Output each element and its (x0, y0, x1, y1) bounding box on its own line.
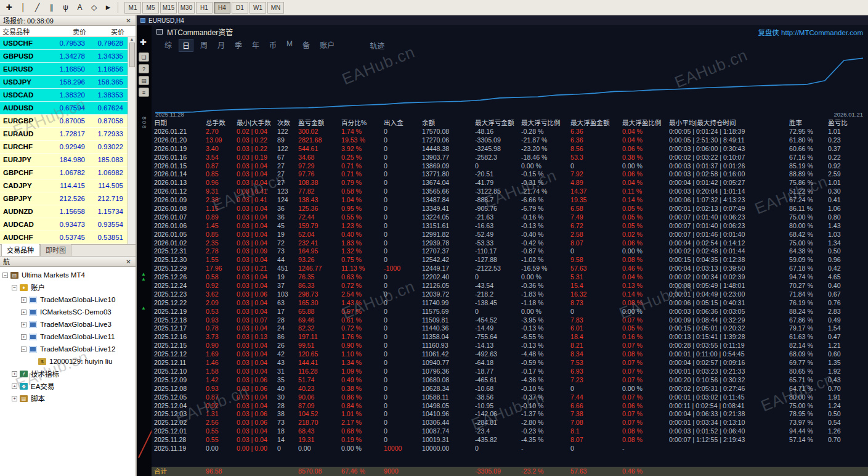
stats-row[interactable]: 2025.12.233.620.03 | 0.06103298.732.54 %… (152, 290, 868, 299)
stats-row[interactable]: 2025.12.301.550.03 | 0.044493.260.75 %01… (152, 256, 868, 265)
column-header-ask[interactable]: 买价 (89, 27, 127, 36)
stats-row[interactable]: 2026.01.140.850.03 | 0.042797.760.71 %01… (152, 170, 868, 179)
close-icon[interactable]: ✕ (124, 258, 132, 265)
scroll-thumb[interactable] (129, 43, 135, 67)
vertical-line-tool-icon[interactable]: │ (16, 1, 30, 14)
tab-tick-chart[interactable]: 即时图 (40, 244, 71, 256)
expander-plus-icon[interactable]: + (21, 310, 26, 315)
market-watch-row[interactable]: EURGBP0.870050.87058 (0, 115, 136, 128)
timeframe-h1-button[interactable]: H1 (196, 2, 213, 14)
panel-menu-item[interactable]: 月 (214, 39, 228, 52)
column-header-symbol[interactable]: 交易品种 (0, 27, 51, 36)
tree-item-trademax-live11[interactable]: +TradeMaxGlobal-Live11 (0, 330, 136, 343)
panel-menu-item[interactable]: 季 (232, 39, 245, 52)
tree-item-accounts[interactable]: −♦账户 (0, 281, 136, 293)
market-watch-scrollbar[interactable]: ▲ (128, 37, 136, 244)
cursor-tool-icon[interactable]: ◇ (87, 1, 101, 14)
stats-row[interactable]: 2025.12.240.920.03 | 0.043786.330.72 %01… (152, 282, 868, 290)
move-tool-icon[interactable]: ✚ (140, 38, 147, 47)
column-header-bid[interactable]: 卖价 (51, 27, 89, 36)
panel-minimize-icon[interactable]: ❏ (139, 52, 149, 62)
panel-menu-item[interactable]: 账户 (317, 39, 338, 52)
tree-item-trademax-live12[interactable]: −TradeMaxGlobal-Live12 (0, 343, 136, 355)
market-watch-row[interactable]: EURUSD1.168501.16856 (0, 63, 136, 76)
expander-plus-icon[interactable]: + (12, 371, 17, 377)
stats-row[interactable]: 2025.12.111.460.03 | 0.0443144.411.34 %0… (152, 359, 868, 367)
stats-row[interactable]: 2025.12.150.900.03 | 0.042699.510.90 %01… (152, 342, 868, 350)
column-header[interactable]: 次数 (275, 118, 296, 128)
column-header[interactable]: 最大浮亏比例 (519, 118, 568, 128)
trendline-tool-icon[interactable]: ╱ (30, 1, 44, 14)
timeframe-h4-button[interactable]: H4 (214, 2, 230, 14)
column-header[interactable]: 百分比% (339, 118, 381, 128)
panel-menu-item[interactable]: 年 (249, 39, 262, 52)
column-header[interactable]: 盈亏比 (825, 118, 868, 128)
column-header[interactable]: 胜率 (787, 118, 825, 128)
market-watch-row[interactable]: GBPUSD1.342781.34335 (0, 50, 136, 63)
grid-icon[interactable]: ▤ (139, 76, 149, 85)
text-tool-icon[interactable]: A (73, 1, 87, 14)
market-watch-row[interactable]: USDCHF0.795330.79628 (0, 37, 136, 50)
stats-row[interactable]: 2025.12.121.690.03 | 0.0442120.651.10 %0… (152, 350, 868, 359)
column-header[interactable]: 总手数 (203, 118, 234, 128)
column-header[interactable]: 出入金 (381, 118, 420, 128)
stats-row[interactable]: 2025.12.080.930.03 | 0.064040.230.38 %01… (152, 385, 868, 393)
market-watch-row[interactable]: AUDUSD0.675940.67624 (0, 102, 136, 115)
column-header[interactable]: 日期 (152, 118, 203, 128)
market-watch-row[interactable]: CADJPY114.415114.505 (0, 179, 136, 192)
expander-plus-icon[interactable]: + (21, 334, 26, 340)
column-header[interactable]: 最大浮盈金额 (568, 118, 620, 128)
shapes-tool-icon[interactable]: ► (101, 1, 115, 14)
stats-row[interactable]: 2026.01.061.450.03 | 0.0445159.791.23 %0… (152, 222, 868, 231)
stats-row[interactable]: 2026.01.193.400.03 | 0.22122544.613.92 %… (152, 145, 868, 154)
stats-row[interactable]: 2026.01.130.960.03 | 0.0427108.380.79 %0… (152, 179, 868, 187)
pitchfork-tool-icon[interactable]: ψ (59, 1, 73, 14)
panel-window-icon[interactable] (156, 29, 163, 35)
stats-row[interactable]: 2025.12.312.780.03 | 0.0973164.951.32 %0… (152, 247, 868, 256)
tree-item-trademax-live10[interactable]: +TradeMaxGlobal-Live10 (0, 293, 136, 306)
timeframe-m30-button[interactable]: M30 (178, 2, 195, 14)
help-icon[interactable]: ? (139, 64, 149, 73)
panel-menu-item[interactable]: 备 (299, 39, 313, 52)
stats-row[interactable]: 2025.12.163.730.03 | 0.1386197.111.76 %0… (152, 333, 868, 342)
stats-row[interactable]: 2025.12.040.920.03 | 0.042887.090.84 %01… (152, 402, 868, 411)
stats-row[interactable]: 2025.12.260.580.03 | 0.041976.350.63 %01… (152, 273, 868, 282)
stats-row[interactable]: 2025.12.022.560.03 | 0.0673218.702.17 %0… (152, 419, 868, 427)
timeframe-mn-button[interactable]: MN (267, 2, 284, 14)
expander-minus-icon[interactable]: − (21, 347, 26, 352)
stats-row[interactable]: 2026.01.070.890.03 | 0.043672.440.55 %01… (152, 213, 868, 222)
tree-item-icmarkets-demo03[interactable]: +ICMarketsSC-Demo03 (0, 306, 136, 318)
tree-item-broker-root[interactable]: −▤Ultima Markets MT4 (0, 269, 136, 281)
column-header[interactable]: 最小平均|最大持仓时间 (667, 118, 787, 128)
stats-row[interactable]: 2025.12.2917.960.03 | 0.214511246.7711.1… (152, 265, 868, 273)
market-watch-row[interactable]: EURAUD1.728171.72933 (0, 128, 136, 141)
timeframe-d1-button[interactable]: D1 (232, 2, 248, 14)
stats-row[interactable]: 2026.01.163.540.03 | 0.196734.680.25 %01… (152, 154, 868, 162)
stats-row[interactable]: 2025.12.101.580.03 | 0.0431116.281.09 %0… (152, 367, 868, 376)
stats-row[interactable]: 2025.11.190.000.00 | 0.0000.000.00 %1000… (152, 445, 868, 453)
stats-row[interactable]: 2025.12.170.780.03 | 0.042482.320.72 %01… (152, 324, 868, 333)
channel-tool-icon[interactable]: ∥ (44, 1, 59, 14)
panel-menu-item[interactable]: 综 (161, 39, 175, 52)
column-header[interactable]: 最小|大手数 (234, 118, 275, 128)
scroll-up-icon[interactable]: ▲ (130, 37, 134, 41)
stats-row[interactable]: 2026.01.212.700.02 | 0.04122300.021.74 %… (152, 128, 868, 136)
market-watch-row[interactable]: EURJPY184.980185.083 (0, 154, 136, 166)
list-icon[interactable]: ≡ (139, 88, 149, 97)
market-watch-row[interactable]: GBPCHF1.067821.06982 (0, 166, 136, 179)
crosshair-tool-icon[interactable]: ✚ (2, 1, 16, 14)
close-icon[interactable]: ✕ (124, 17, 132, 24)
timeframe-m1-button[interactable]: M1 (124, 2, 141, 14)
expander-plus-icon[interactable]: + (21, 297, 26, 303)
expander-plus-icon[interactable]: + (12, 384, 17, 389)
equity-chart[interactable]: 2025.11.28 2026.01.21 (152, 52, 868, 118)
stats-row[interactable]: 2026.01.081.150.03 | 0.0436125.360.95 %0… (152, 205, 868, 213)
market-watch-row[interactable]: AUDCAD0.934730.93554 (0, 218, 136, 231)
market-watch-row[interactable]: AUDCHF0.537450.53851 (0, 231, 136, 244)
market-watch-row[interactable]: EURCHF0.929490.93022 (0, 141, 136, 154)
panel-menu-item[interactable]: 日 (179, 39, 193, 52)
stats-row[interactable]: 2026.01.150.870.03 | 0.042797.290.71 %01… (152, 162, 868, 171)
panel-menu-item[interactable]: M (283, 39, 296, 52)
stats-row[interactable]: 2026.01.129.310.03 | 0.4112377.820.58 %0… (152, 187, 868, 196)
chart-titlebar[interactable]: EURUSD,H4 (137, 15, 868, 25)
